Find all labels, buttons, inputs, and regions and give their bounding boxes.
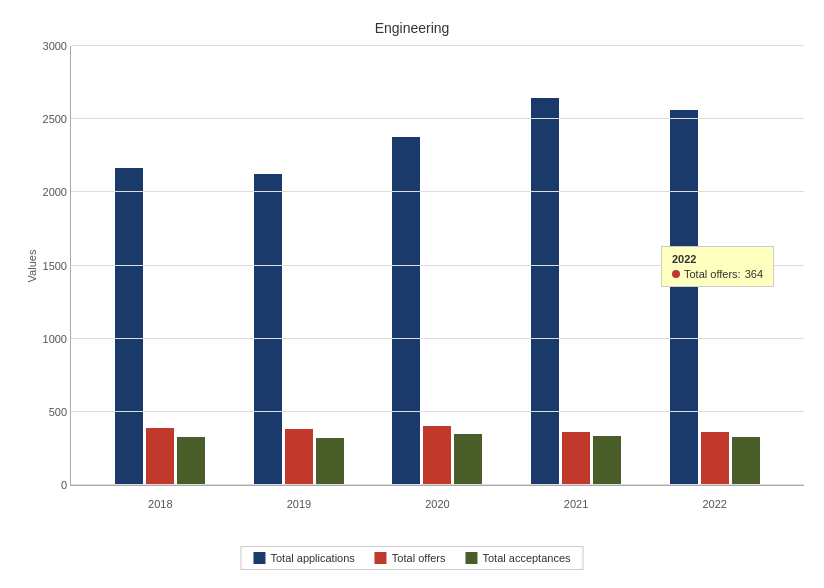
year-group: 2018 <box>115 168 205 485</box>
y-tick-label: 3000 <box>29 40 67 52</box>
year-group: 2019 <box>254 174 344 485</box>
legend-item: Total acceptances <box>465 552 570 564</box>
chart-container: Engineering Values 20182019202020212022 … <box>0 0 824 588</box>
x-label: 2022 <box>702 498 726 510</box>
legend-label: Total acceptances <box>482 552 570 564</box>
x-label: 2020 <box>425 498 449 510</box>
grid-line <box>71 265 804 266</box>
chart-area: Values 20182019202020212022 2022 Total o… <box>70 46 804 486</box>
bars-wrapper: 20182019202020212022 <box>71 46 804 485</box>
grid-line <box>71 191 804 192</box>
y-tick-label: 500 <box>29 406 67 418</box>
chart-title: Engineering <box>20 20 804 36</box>
bars-row <box>392 137 482 485</box>
bars-row <box>254 174 344 485</box>
grid-line <box>71 411 804 412</box>
legend-color-icon <box>465 552 477 564</box>
y-tick-label: 1500 <box>29 260 67 272</box>
bar-offers[interactable] <box>423 426 451 485</box>
x-label: 2019 <box>287 498 311 510</box>
legend-label: Total applications <box>270 552 354 564</box>
x-label: 2018 <box>148 498 172 510</box>
y-tick-label: 1000 <box>29 333 67 345</box>
bar-applications[interactable] <box>670 110 698 485</box>
grid-line <box>71 45 804 46</box>
legend-item: Total offers <box>375 552 446 564</box>
y-tick-label: 2000 <box>29 186 67 198</box>
grid-line <box>71 338 804 339</box>
bar-applications[interactable] <box>254 174 282 485</box>
bar-acceptances[interactable] <box>454 434 482 485</box>
bar-offers[interactable] <box>285 429 313 485</box>
legend: Total applicationsTotal offersTotal acce… <box>240 546 583 570</box>
year-group: 2022 <box>670 110 760 485</box>
y-tick-label: 0 <box>29 479 67 491</box>
x-label: 2021 <box>564 498 588 510</box>
grid-line <box>71 118 804 119</box>
bar-offers[interactable] <box>146 428 174 485</box>
bar-offers[interactable] <box>562 432 590 485</box>
bar-applications[interactable] <box>531 98 559 485</box>
y-tick-label: 2500 <box>29 113 67 125</box>
bar-acceptances[interactable] <box>316 438 344 485</box>
bar-acceptances[interactable] <box>177 437 205 485</box>
legend-item: Total applications <box>253 552 354 564</box>
legend-color-icon <box>253 552 265 564</box>
bar-applications[interactable] <box>115 168 143 485</box>
bars-row <box>531 98 621 485</box>
year-group: 2021 <box>531 98 621 485</box>
legend-color-icon <box>375 552 387 564</box>
bars-row <box>115 168 205 485</box>
bars-row <box>670 110 760 485</box>
bar-acceptances[interactable] <box>593 436 621 485</box>
year-group: 2020 <box>392 137 482 485</box>
bar-offers[interactable] <box>701 432 729 485</box>
bar-acceptances[interactable] <box>732 437 760 485</box>
bar-applications[interactable] <box>392 137 420 485</box>
grid-line <box>71 484 804 485</box>
legend-label: Total offers <box>392 552 446 564</box>
